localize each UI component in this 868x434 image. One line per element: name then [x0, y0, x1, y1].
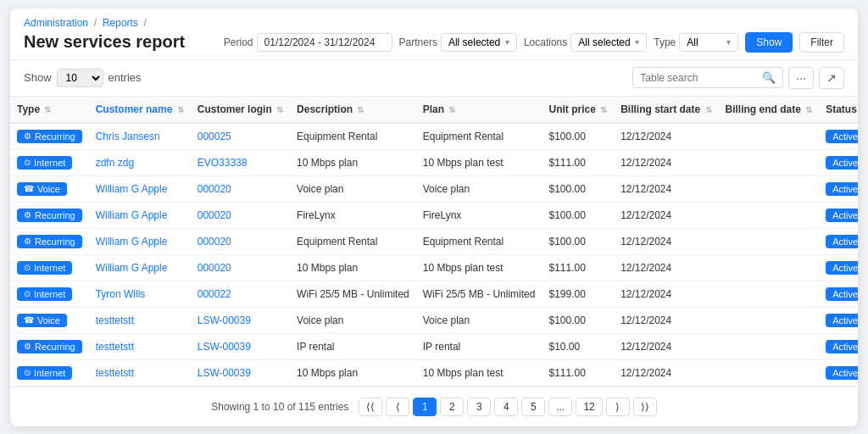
search-input[interactable]	[640, 72, 759, 84]
show-button[interactable]: Show	[745, 32, 793, 53]
entries-select[interactable]: 10 25 50 100	[57, 69, 103, 87]
cell-plan-2: Voice plan	[416, 175, 542, 202]
customer-login-link-3[interactable]: 000020	[198, 209, 231, 221]
cell-type-0: ⚙ Recurring	[10, 123, 89, 150]
filter-button[interactable]: Filter	[799, 32, 844, 53]
sort-icon-price: ⇅	[600, 105, 607, 114]
locations-select[interactable]: All selected ▾	[570, 33, 647, 52]
breadcrumb-admin[interactable]: Administration	[24, 17, 88, 29]
status-badge-7: Active	[826, 314, 858, 327]
cell-login-4: 000020	[191, 228, 290, 254]
cell-end-2	[719, 175, 820, 202]
cell-name-9: testtetstt	[89, 359, 191, 386]
table-row: ⚙ Recurring testtetstt LSW-00039 IP rent…	[10, 333, 858, 359]
col-unit-price[interactable]: Unit price ⇅	[542, 96, 614, 123]
search-area: 🔍 ··· ↗	[632, 67, 844, 89]
col-plan[interactable]: Plan ⇅	[416, 96, 542, 123]
customer-name-link-6[interactable]: Tyron Wills	[96, 288, 146, 300]
chevron-down-icon: ▾	[505, 37, 509, 47]
col-description[interactable]: Description ⇅	[290, 96, 416, 123]
col-customer-name[interactable]: Customer name ⇅	[89, 96, 191, 123]
cell-login-1: EVO33338	[191, 149, 290, 175]
customer-login-link-8[interactable]: LSW-00039	[198, 341, 251, 353]
export-button[interactable]: ↗	[819, 67, 844, 89]
page-3-button[interactable]: 3	[467, 398, 491, 416]
period-input[interactable]	[257, 33, 392, 52]
cell-desc-7: Voice plan	[290, 307, 416, 333]
table-row: ⊙ Internet Tyron Wills 000022 WiFi 25/5 …	[10, 281, 858, 307]
cell-plan-5: 10 Mbps plan test	[416, 254, 542, 281]
customer-name-link-9[interactable]: testtetstt	[96, 367, 134, 379]
cell-desc-9: 10 Mbps plan	[290, 359, 416, 386]
page-last-button[interactable]: ⟩⟩	[633, 398, 657, 416]
page-prev-button[interactable]: ⟨	[386, 398, 409, 416]
customer-name-link-5[interactable]: William G Apple	[96, 262, 168, 274]
customer-name-link-7[interactable]: testtetstt	[96, 314, 134, 326]
cell-desc-4: Equipment Rental	[290, 228, 416, 254]
customer-login-link-9[interactable]: LSW-00039	[198, 367, 251, 379]
customer-name-link-4[interactable]: William G Apple	[96, 236, 168, 248]
cell-desc-8: IP rental	[290, 333, 416, 359]
cell-price-9: $111.00	[542, 359, 614, 386]
cell-start-0: 12/12/2024	[614, 123, 718, 150]
page-1-button[interactable]: 1	[413, 398, 437, 416]
customer-login-link-0[interactable]: 000025	[198, 131, 231, 142]
pagination: Showing 1 to 10 of 115 entries ⟨⟨ ⟨ 1 2 …	[10, 387, 858, 426]
cell-name-7: testtetstt	[89, 307, 191, 333]
customer-name-link-0[interactable]: Chris Jansesn	[96, 131, 160, 142]
main-container: Administration / Reports / New services …	[10, 8, 858, 426]
cell-login-7: LSW-00039	[191, 307, 290, 333]
cell-type-6: ⊙ Internet	[10, 281, 89, 307]
col-customer-login[interactable]: Customer login ⇅	[191, 96, 290, 123]
cell-start-2: 12/12/2024	[614, 175, 718, 202]
customer-login-link-6[interactable]: 000022	[198, 288, 231, 300]
cell-status-3: Active	[819, 202, 858, 228]
cell-login-2: 000020	[191, 175, 290, 202]
type-badge-7: ☎ Voice	[17, 314, 67, 327]
page-5-button[interactable]: 5	[521, 398, 545, 416]
cell-start-3: 12/12/2024	[614, 202, 718, 228]
page-first-button[interactable]: ⟨⟨	[359, 398, 382, 416]
customer-login-link-2[interactable]: 000020	[198, 183, 231, 195]
customer-name-link-2[interactable]: William G Apple	[96, 183, 168, 195]
col-type[interactable]: Type ⇅	[10, 96, 89, 123]
type-group: Type All ▾	[654, 33, 738, 52]
page-12-button[interactable]: 12	[576, 398, 602, 416]
cell-plan-0: Equipment Rental	[416, 123, 542, 150]
partners-select[interactable]: All selected ▾	[441, 33, 517, 52]
recurring-icon-8: ⚙	[24, 342, 31, 351]
search-box: 🔍	[632, 67, 783, 88]
type-select[interactable]: All ▾	[679, 33, 738, 52]
table-wrapper: Type ⇅ Customer name ⇅ Customer login ⇅ …	[10, 96, 858, 387]
col-status[interactable]: Status ⇅	[819, 96, 858, 123]
customer-login-link-1[interactable]: EVO33338	[198, 157, 248, 169]
recurring-icon-3: ⚙	[24, 210, 31, 220]
cell-login-9: LSW-00039	[191, 359, 290, 386]
customer-login-link-7[interactable]: LSW-00039	[198, 314, 251, 326]
sort-icon-customer: ⇅	[177, 105, 184, 114]
locations-value: All selected	[578, 36, 630, 48]
cell-price-5: $111.00	[542, 254, 614, 281]
type-value: All	[687, 36, 698, 48]
customer-name-link-3[interactable]: William G Apple	[96, 209, 168, 221]
customer-login-link-5[interactable]: 000020	[198, 262, 231, 274]
cell-end-9	[719, 359, 820, 386]
cell-start-9: 12/12/2024	[614, 359, 718, 386]
customer-login-link-4[interactable]: 000020	[198, 236, 231, 248]
page-ellipsis: ...	[548, 398, 572, 416]
breadcrumb-reports[interactable]: Reports	[103, 17, 138, 29]
cell-status-7: Active	[819, 307, 858, 333]
cell-end-3	[719, 202, 820, 228]
status-badge-2: Active	[826, 182, 858, 196]
customer-name-link-1[interactable]: zdfn zdg	[96, 157, 134, 169]
page-next-button[interactable]: ⟩	[606, 398, 630, 416]
customer-name-link-8[interactable]: testtetstt	[96, 341, 134, 353]
cell-type-7: ☎ Voice	[10, 307, 89, 333]
page-4-button[interactable]: 4	[494, 398, 518, 416]
col-billing-end[interactable]: Billing end date ⇅	[719, 96, 820, 123]
sort-icon-plan: ⇅	[448, 105, 455, 114]
cell-plan-6: WiFi 25/5 MB - Unlimited	[416, 281, 542, 307]
page-2-button[interactable]: 2	[440, 398, 464, 416]
columns-button[interactable]: ···	[788, 67, 814, 89]
col-billing-start[interactable]: Billing start date ⇅	[614, 96, 718, 123]
